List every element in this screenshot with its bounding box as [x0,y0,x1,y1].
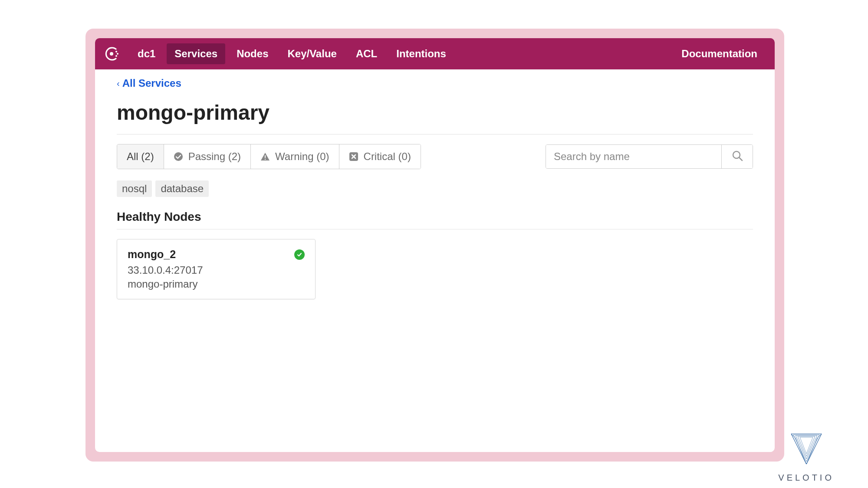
nav-datacenter[interactable]: dc1 [130,43,163,64]
node-service: mongo-primary [128,278,305,290]
svg-line-9 [739,157,742,160]
search-icon [731,150,743,164]
status-passing-icon [294,249,305,260]
nav-intentions[interactable]: Intentions [388,43,454,64]
back-all-services-link[interactable]: ‹ All Services [117,77,181,89]
nav-nodes[interactable]: Nodes [229,43,276,64]
velotio-logo: VELOTIO [778,430,834,483]
nav-services[interactable]: Services [167,43,225,64]
svg-rect-5 [265,155,266,158]
search-box [546,144,753,169]
nav-key-value[interactable]: Key/Value [279,43,344,64]
chevron-left-icon: ‹ [117,79,120,88]
warning-triangle-icon [260,152,270,161]
velotio-brand-text: VELOTIO [778,473,834,483]
node-card[interactable]: mongo_2 33.10.0.4:27017 mongo-primary [117,239,316,299]
node-name: mongo_2 [128,248,176,261]
svg-point-0 [110,52,113,56]
app-frame: dc1 Services Nodes Key/Value ACL Intenti… [85,29,784,462]
search-button[interactable] [721,145,753,168]
healthy-nodes-title: Healthy Nodes [117,210,753,224]
page-title: mongo-primary [117,101,753,124]
svg-point-4 [174,152,183,161]
filter-warning-tab[interactable]: Warning (0) [251,144,339,169]
filter-passing-label: Passing (2) [188,151,241,163]
filter-passing-tab[interactable]: Passing (2) [164,144,251,169]
filter-critical-tab[interactable]: Critical (0) [339,144,421,169]
filter-row: All (2) Passing (2) Warning (0) [117,134,753,180]
node-address: 33.10.0.4:27017 [128,264,305,276]
content-area: ‹ All Services mongo-primary All (2) Pas… [95,69,775,299]
x-square-icon [349,152,358,161]
filter-all-label: All (2) [127,151,154,163]
nav-bar: dc1 Services Nodes Key/Value ACL Intenti… [95,38,775,69]
filter-warning-label: Warning (0) [275,151,329,163]
nav-acl[interactable]: ACL [348,43,385,64]
app-window: dc1 Services Nodes Key/Value ACL Intenti… [95,38,775,452]
section-divider [117,229,753,229]
tag-database: database [155,180,209,197]
filter-critical-label: Critical (0) [364,151,411,163]
filter-tabs: All (2) Passing (2) Warning (0) [117,144,421,169]
svg-point-3 [115,55,117,57]
tag-list: nosql database [117,180,753,197]
tag-nosql: nosql [117,180,152,197]
svg-point-1 [115,51,117,52]
svg-point-2 [117,53,118,55]
filter-all-tab[interactable]: All (2) [117,144,164,169]
nav-documentation[interactable]: Documentation [674,43,765,64]
velotio-logo-icon [783,430,830,469]
back-link-label: All Services [122,77,181,89]
search-input[interactable] [546,145,721,168]
consul-logo-icon [103,44,122,63]
check-circle-icon [174,152,183,161]
svg-rect-6 [265,159,266,160]
